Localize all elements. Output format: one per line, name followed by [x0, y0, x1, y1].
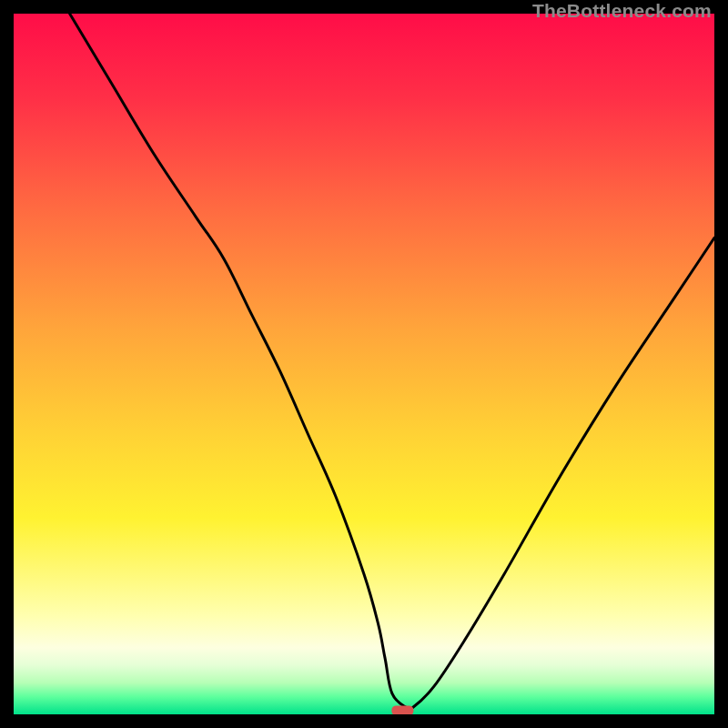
bottleneck-curve	[70, 14, 714, 710]
plot-area	[14, 14, 714, 714]
optimal-marker	[391, 705, 413, 714]
watermark-text: TheBottleneck.com	[532, 0, 712, 22]
chart-frame: TheBottleneck.com	[0, 0, 728, 728]
curve-layer	[14, 14, 714, 714]
